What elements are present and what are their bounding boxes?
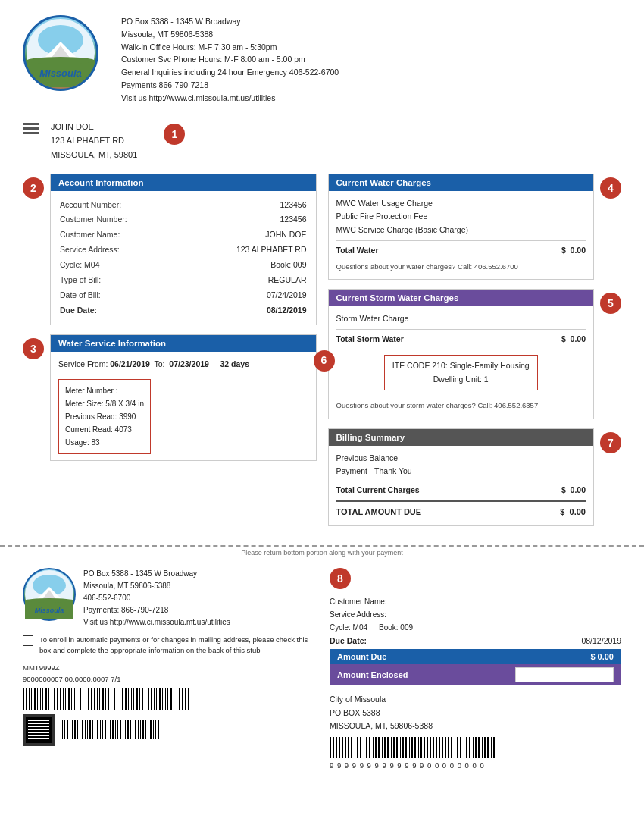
svc-from-label: Service From: bbox=[58, 359, 108, 368]
water-charge-line3: MWC Service Charge (Basic Charge) bbox=[336, 224, 586, 237]
water-charge-line2: Public Fire Protection Fee bbox=[336, 210, 586, 224]
account-info-header: Account Information bbox=[51, 174, 316, 191]
bottom-due-value: 08/12/2019 bbox=[581, 636, 621, 645]
header-city: Missoula, MT 59806-5388 bbox=[121, 28, 621, 41]
badge-3: 3 bbox=[23, 338, 44, 359]
bill-type-label: Type of Bill: bbox=[60, 274, 195, 287]
header-website: Visit us http://www.ci.missoula.mt.us/ut… bbox=[121, 92, 621, 105]
account-table: Account Number: 123456 Customer Number: … bbox=[58, 197, 308, 319]
auto-payment-checkbox[interactable] bbox=[23, 635, 33, 646]
amount-due-label: Amount Due bbox=[337, 652, 386, 661]
storm-total-row: Total Storm Water $ 0.00 bbox=[336, 329, 586, 346]
bottom-right: 8 Customer Name: Service Address: Cycle:… bbox=[330, 568, 621, 770]
prev-read: Previous Read: 3990 bbox=[65, 410, 144, 423]
bottom-po: PO Box 5388 - 1345 W Broadway bbox=[83, 568, 230, 580]
water-charge-line1: MWC Water Usage Charge bbox=[336, 197, 586, 211]
svg-text:Missoula: Missoula bbox=[35, 607, 64, 614]
acct-num-label: Account Number: bbox=[60, 199, 195, 212]
cust-name-label: Customer Name: bbox=[60, 228, 195, 242]
badge-7: 7 bbox=[600, 432, 621, 453]
water-total-label: Total Water bbox=[336, 244, 379, 257]
header-cust-svc: Customer Svc Phone Hours: M-F 8:00 am - … bbox=[121, 53, 621, 66]
ite-code-box: ITE CODE 210: Single-Family Housing Dwel… bbox=[384, 355, 538, 391]
badge-2: 2 bbox=[23, 177, 44, 199]
service-dates: Service From: 06/21/2019 To: 07/23/2019 … bbox=[58, 358, 308, 372]
amount-enclosed-input[interactable] bbox=[515, 667, 614, 682]
svc-addr-value: 123 ALPHABET RD bbox=[196, 243, 307, 257]
meter-box: Meter Number : Meter Size: 5/8 X 3/4 in … bbox=[58, 379, 151, 454]
billing-summary-header: Billing Summary bbox=[329, 429, 594, 446]
account-info-box: Account Information Account Number: 1234… bbox=[50, 174, 317, 326]
checkbox-label: To enroll in automatic payments or for c… bbox=[39, 635, 314, 657]
remit-address: City of Missoula PO BOX 5388 MISSOULA, M… bbox=[330, 693, 621, 734]
barcode-text1: MMT9999Z bbox=[23, 662, 314, 673]
amount-enclosed-box: Amount Enclosed bbox=[330, 664, 621, 685]
bottom-payments: Payments: 866-790-7218 bbox=[83, 604, 230, 616]
barcode-text2: 9000000007 00.0000.0007 7/1 bbox=[23, 673, 314, 685]
cust-num-label: Customer Number: bbox=[60, 213, 195, 227]
ite-code: ITE CODE 210: Single-Family Housing bbox=[392, 359, 530, 373]
customer-city: MISSOULA, MT, 59801 bbox=[51, 148, 137, 162]
water-service-box: Water Service Information Service From: … bbox=[50, 334, 317, 461]
amount-due-value: $ 0.00 bbox=[590, 652, 614, 661]
badge-5: 5 bbox=[600, 293, 621, 314]
due-date-label: Due Date: bbox=[60, 304, 195, 318]
water-total-value: $ 0.00 bbox=[561, 244, 586, 257]
water-charges-box: Current Water Charges MWC Water Usage Ch… bbox=[328, 174, 595, 280]
bottom-customer-info: Customer Name: Service Address: Cycle: M… bbox=[330, 595, 621, 634]
prev-balance-row: Previous Balance bbox=[336, 452, 586, 466]
bottom-phone: 406-552-6700 bbox=[83, 592, 230, 604]
svg-point-14 bbox=[25, 598, 73, 603]
menu-icon bbox=[23, 123, 39, 134]
barcode-section: MMT9999Z 9000000007 00.0000.0007 7/1 bbox=[23, 662, 314, 745]
bottom-left: Missoula PO Box 5388 - 1345 W Broadway M… bbox=[23, 568, 314, 770]
storm-charge-line1: Storm Water Charge bbox=[336, 312, 586, 326]
header-inquiries: General Inquiries including 24 hour Emer… bbox=[121, 66, 621, 79]
city-logo: Missoula bbox=[23, 15, 98, 91]
divider-text: Please return bottom portion along with … bbox=[0, 549, 644, 557]
amount-enclosed-label: Amount Enclosed bbox=[337, 670, 408, 679]
header-info: PO Box 5388 - 1345 W Broadway Missoula, … bbox=[121, 15, 621, 105]
bottom-svc-addr-label: Service Address: bbox=[330, 608, 413, 621]
water-charges-header: Current Water Charges bbox=[329, 174, 594, 191]
bottom-labels: Customer Name: Service Address: Cycle: M… bbox=[330, 595, 413, 634]
total-current-label: Total Current Charges bbox=[336, 484, 420, 497]
storm-total-value: $ 0.00 bbox=[561, 333, 586, 346]
bottom-cust-name-label: Customer Name: bbox=[330, 595, 413, 608]
date-bill-label: Date of Bill: bbox=[60, 289, 195, 303]
logo-container: Missoula bbox=[23, 15, 106, 91]
cust-num-value: 123456 bbox=[196, 213, 307, 227]
grand-total-label: TOTAL AMOUNT DUE bbox=[336, 505, 422, 519]
amount-due-box: Amount Due $ 0.00 bbox=[330, 649, 621, 664]
account-number-bottom: 9 9 9 9 9 9 9 9 9 9 9 9 9 0 0 0 0 0 0 0 … bbox=[330, 761, 621, 770]
badge-4: 4 bbox=[600, 177, 621, 199]
prev-balance-label: Previous Balance bbox=[336, 452, 399, 466]
storm-charges-box: Current Storm Water Charges Storm Water … bbox=[328, 289, 595, 419]
bottom-contact-info: PO Box 5388 - 1345 W Broadway Missoula, … bbox=[83, 568, 230, 629]
header-walkin: Walk-in Office Hours: M-F 7:30 am - 5:30… bbox=[121, 41, 621, 54]
water-questions: Questions about your water charges? Call… bbox=[336, 261, 586, 273]
remit-city: MISSOULA, MT, 59806-5388 bbox=[330, 720, 621, 733]
payment-row: Payment - Thank You bbox=[336, 465, 586, 478]
due-date-row: Due Date: 08/12/2019 bbox=[330, 636, 621, 645]
header-po-box: PO Box 5388 - 1345 W Broadway bbox=[121, 15, 621, 28]
customer-address: JOHN DOE 123 ALPHABET RD MISSOULA, MT, 5… bbox=[51, 120, 137, 162]
svg-point-6 bbox=[27, 57, 95, 64]
bottom-book: Book: 009 bbox=[379, 621, 413, 634]
bottom-barcode bbox=[330, 737, 496, 758]
bottom-logo: Missoula bbox=[23, 568, 76, 621]
svc-to-label: To: bbox=[154, 359, 164, 368]
grand-total-row: TOTAL AMOUNT DUE $ 0.00 bbox=[336, 500, 586, 519]
cycle-label: Cycle: M04 bbox=[60, 259, 195, 272]
divider: Please return bottom portion along with … bbox=[0, 545, 644, 557]
storm-questions: Questions about your storm water charges… bbox=[336, 400, 586, 412]
svc-from-value: 06/21/2019 bbox=[110, 359, 150, 368]
billing-summary-box: Billing Summary Previous Balance Payment… bbox=[328, 428, 595, 526]
storm-total-label: Total Storm Water bbox=[336, 333, 404, 346]
usage: Usage: 83 bbox=[65, 436, 144, 449]
book-label: Book: 009 bbox=[196, 259, 307, 272]
bottom-due-label: Due Date: bbox=[330, 636, 367, 645]
total-current-value: $ 0.00 bbox=[561, 484, 586, 497]
main-barcode bbox=[23, 688, 189, 710]
checkbox-row: To enroll in automatic payments or for c… bbox=[23, 635, 314, 657]
